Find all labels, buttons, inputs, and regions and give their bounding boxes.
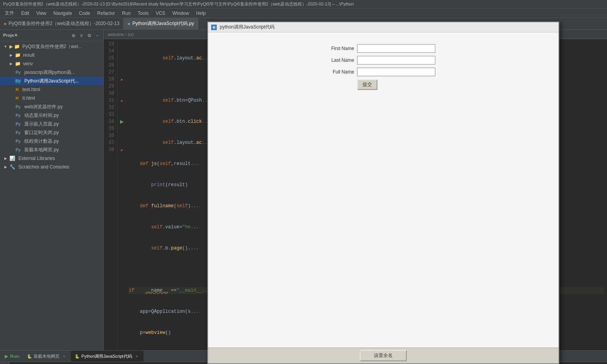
- tree-arrow-scratches: [3, 165, 8, 169]
- run-label[interactable]: ▶ Run:: [2, 354, 23, 359]
- tree-label-scratches: Scratches and Consoles: [18, 164, 69, 170]
- tree-arrow-result: [9, 53, 13, 57]
- tree-item-load-local[interactable]: Py 装载本地网页.py: [0, 145, 103, 154]
- qt-title-bar: ■ python调用JavaScript代码: [208, 22, 559, 32]
- qt-title-text: python调用JavaScript代码: [220, 24, 555, 30]
- tree-label-dynamic-time: 动态显示时间.py: [24, 112, 59, 119]
- run-label-text: Run:: [10, 354, 20, 359]
- label-first-name: First Name: [216, 46, 356, 51]
- menu-view[interactable]: View: [33, 10, 50, 17]
- submit-button[interactable]: 提交: [357, 79, 377, 90]
- tree-label-web-ctrl: web浏览器控件.py: [24, 104, 63, 110]
- tree-item-window-close[interactable]: Py 窗口定时关闭.py: [0, 128, 103, 137]
- breakpoint-28: ●: [119, 76, 125, 83]
- py-icon-tab-load: 🐍: [27, 354, 32, 359]
- sidebar-collapse-icon[interactable]: ≡: [78, 32, 84, 39]
- tree-label-embed-page: 显示嵌入页面.py: [24, 121, 59, 127]
- tree-label-js: javascrip调用python函...: [24, 69, 75, 76]
- menu-tools[interactable]: Tools: [135, 10, 152, 17]
- tab-file[interactable]: ■ Python调用JavaScript代码.py: [124, 18, 198, 29]
- execution-arrow: ▶: [119, 118, 125, 125]
- qt-form: First Name Last Name Full Name 提交: [216, 44, 551, 90]
- tree-item-test-html[interactable]: H test.html: [0, 85, 103, 94]
- py-icon-python-js: Py: [15, 79, 21, 83]
- tab-file-label: Python调用JavaScript代码.py: [133, 20, 194, 27]
- tree-item-scratches[interactable]: 🔧 Scratches and Consoles: [0, 163, 103, 171]
- menu-run[interactable]: Run: [119, 10, 134, 17]
- set-fullname-button[interactable]: 设置全名: [360, 350, 407, 361]
- breakpoint-31: ●: [119, 97, 125, 104]
- menu-help[interactable]: Help: [193, 10, 209, 17]
- py-icon-web-ctrl: Py: [15, 105, 21, 109]
- tab-file-icon: ■: [128, 22, 130, 26]
- menu-file[interactable]: 文件: [2, 9, 17, 17]
- menu-bar: 文件 Edit View Navigate Code Refactor Run …: [0, 9, 607, 18]
- tab-project[interactable]: ■ PyQt5复杂控件使用2（web及动态线程）-2020-02-13: [0, 18, 124, 29]
- folder-icon-venv: 📁: [15, 61, 21, 66]
- tree-arrow-window-close: [9, 130, 13, 135]
- breakpoint-38: ●: [119, 146, 125, 153]
- tree-item-js-file[interactable]: Py javascrip调用python函...: [0, 68, 103, 77]
- menu-refactor[interactable]: Refactor: [94, 10, 118, 17]
- run-tab-load[interactable]: 🐍 装载本地网页 ×: [23, 351, 71, 362]
- sidebar: Proje✕ ⊕ ≡ ⚙ − ▶ 📁 PyQt5复杂控件使用2（wel... 📁…: [0, 30, 104, 350]
- tab-project-icon: ■: [4, 22, 6, 26]
- tree-label-tt-html: tt.html: [22, 95, 35, 101]
- input-first-name[interactable]: [357, 44, 435, 53]
- tree-arrow-venv: [9, 61, 13, 66]
- menu-vcs[interactable]: VCS: [153, 10, 169, 17]
- tree-item-root[interactable]: ▶ 📁 PyQt5复杂控件使用2（wel...: [0, 42, 103, 51]
- input-full-name[interactable]: [357, 68, 435, 76]
- tree-label-result: result: [23, 52, 34, 58]
- tree-label-thread-counter: 线程类计数器.py: [24, 138, 59, 145]
- tree-arrow-ext-libs: [3, 156, 8, 161]
- submit-button-container: 提交: [357, 79, 551, 90]
- sidebar-title: Proje✕: [3, 33, 69, 38]
- tree-label-venv: venv: [23, 61, 33, 66]
- py-icon-js: Py: [15, 70, 21, 75]
- label-full-name: Full Name: [216, 69, 356, 75]
- tree-item-tt-html[interactable]: H tt.html: [0, 94, 103, 102]
- breadcrumb-text: webview › js(): [108, 32, 134, 37]
- tree-label-test-html: test.html: [22, 87, 40, 92]
- tree-arrow-embed-page: [9, 122, 13, 126]
- sidebar-minimize-icon[interactable]: −: [94, 32, 100, 39]
- tree-item-result[interactable]: 📁 result: [0, 51, 103, 59]
- html-icon-test: H: [15, 88, 19, 92]
- sidebar-sync-icon[interactable]: ⊕: [70, 32, 77, 39]
- input-last-name[interactable]: [357, 56, 435, 65]
- tree-label-window-close: 窗口定时关闭.py: [24, 129, 59, 136]
- run-tab-js[interactable]: 🐍 Python调用JavaScript代码 ×: [71, 351, 144, 362]
- qt-bottom-bar: 设置全名: [208, 348, 559, 363]
- tree-arrow-tt-html: [9, 96, 13, 100]
- menu-navigate[interactable]: Navigate: [50, 10, 75, 17]
- sidebar-settings-icon[interactable]: ⚙: [86, 32, 92, 39]
- folder-icon-root: ▶ 📁: [9, 44, 20, 49]
- py-icon-thread-counter: Py: [15, 139, 21, 143]
- title-bar: PyQt5复杂控件使用2（web及动态线程）-2020-02-13 [D:\By…: [0, 0, 607, 9]
- menu-window[interactable]: Window: [169, 10, 192, 17]
- run-tab-load-close[interactable]: ×: [61, 353, 67, 359]
- html-icon-tt: H: [15, 96, 19, 100]
- tree-item-dynamic-time[interactable]: Py 动态显示时间.py: [0, 111, 103, 120]
- run-icon: ▶: [5, 354, 8, 359]
- menu-code[interactable]: Code: [76, 10, 93, 17]
- qt-dialog[interactable]: ■ python调用JavaScript代码 First Name Last N…: [207, 22, 559, 364]
- menu-edit[interactable]: Edit: [18, 10, 32, 17]
- run-tab-js-label: Python调用JavaScript代码: [81, 353, 132, 359]
- qt-content: First Name Last Name Full Name 提交: [208, 32, 559, 348]
- tree-item-venv[interactable]: 📁 venv: [0, 59, 103, 68]
- run-tab-js-close[interactable]: ×: [134, 353, 140, 359]
- tree-item-thread-counter[interactable]: Py 线程类计数器.py: [0, 137, 103, 145]
- py-icon-tab-js: 🐍: [75, 354, 79, 359]
- tree-arrow-python-js: [9, 79, 13, 83]
- tree-item-embed-page[interactable]: Py 显示嵌入页面.py: [0, 120, 103, 128]
- ext-libs-icon: 📊: [9, 156, 15, 161]
- run-side-buttons: ↺ ↑ ■ ↓ ⏸: [0, 362, 9, 364]
- tree-item-ext-libs[interactable]: 📊 External Libraries: [0, 154, 103, 163]
- tree-item-python-js[interactable]: Py Python调用JavaScript代...: [0, 77, 103, 85]
- tree-item-web-ctrl[interactable]: Py web浏览器控件.py: [0, 102, 103, 111]
- py-icon-dynamic-time: Py: [15, 113, 21, 118]
- qt-icon-symbol: ■: [213, 25, 215, 29]
- folder-icon-result: 📁: [15, 52, 21, 58]
